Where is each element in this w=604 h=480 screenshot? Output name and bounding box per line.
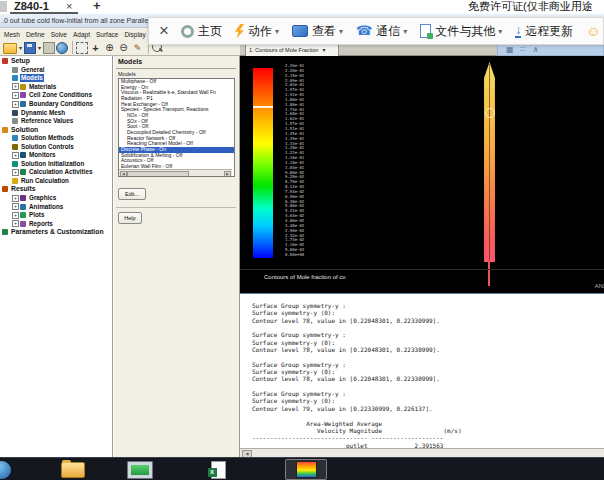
tree-item-label: Reports [28, 220, 54, 228]
tab-dropdown-icon[interactable]: ▾ [322, 46, 325, 53]
tree-item-label: Run Calculation [20, 177, 70, 185]
tree-expand-icon[interactable] [12, 152, 19, 159]
tree-item-icon [12, 118, 18, 124]
console-output: Surface Group symmetry-y : Surface symme… [240, 294, 604, 448]
fit-view-icon[interactable] [76, 42, 88, 54]
top-tab-bar: Z840-1 × + 免费许可证(仅非商业用途 [0, 0, 604, 14]
tree-item-dynamic-mesh[interactable]: Dynamic Mesh [0, 108, 112, 117]
tree-expand-icon[interactable] [12, 212, 19, 219]
tree-item-label: Monitors [28, 151, 57, 159]
taskbar-remote-viewer-button[interactable] [116, 459, 164, 480]
tree-expand-icon[interactable] [12, 92, 19, 99]
tree-item-reference-values[interactable]: Reference Values [0, 117, 112, 126]
remote-toolbar-home[interactable]: 主页 [181, 23, 222, 40]
menu-surface[interactable]: Surface [96, 31, 118, 38]
separator-icon [72, 41, 73, 54]
remote-toolbar-label: 主页 [198, 23, 222, 40]
tree-item-monitors[interactable]: Monitors [0, 151, 112, 160]
tree-item-plots[interactable]: Plots [0, 211, 112, 220]
session-icon[interactable] [43, 42, 55, 54]
chevron-up-icon[interactable]: ∧ [533, 45, 539, 55]
console-hscrollbar[interactable]: ◀ [240, 448, 604, 457]
colorbar [253, 68, 273, 258]
tree-item-results[interactable]: Results [0, 185, 112, 194]
menu-mesh[interactable]: Mesh [4, 31, 20, 38]
tree-item-run-calculation[interactable]: Run Calculation [0, 177, 112, 186]
tree-item-solution[interactable]: Solution [0, 125, 112, 134]
menu-define[interactable]: Define [26, 31, 45, 38]
caret-icon[interactable] [37, 41, 42, 54]
globe-icon[interactable] [56, 42, 68, 54]
tree-item-solution-initialization[interactable]: Solution Initialization [0, 160, 112, 169]
tree-item-models[interactable]: Models [0, 74, 112, 83]
models-listbox[interactable]: Multiphase - OffEnergy - OnViscous - Rea… [118, 78, 235, 177]
menu-display[interactable]: Display [124, 31, 145, 38]
lightning-icon [235, 24, 244, 38]
tree-item-icon [12, 67, 18, 73]
scroll-thumb[interactable] [127, 171, 189, 177]
tree-expand-icon[interactable] [12, 220, 19, 227]
contour-plot-body [479, 62, 500, 262]
tree-item-label: Calculation Activities [28, 168, 93, 176]
tree-item-graphics[interactable]: Graphics [0, 194, 112, 203]
remote-close-icon[interactable]: × [159, 18, 169, 44]
remote-toolbar-communication[interactable]: ☎通信▾ [356, 23, 407, 40]
tree-item-icon [20, 212, 26, 218]
scroll-left-arrow-icon[interactable]: ◀ [242, 450, 252, 457]
tree-item-icon [20, 221, 26, 227]
tree-expand-icon[interactable] [12, 83, 19, 90]
tree-item-icon [2, 58, 8, 64]
graphics-canvas[interactable]: 2.26e-012.20e-012.15e-012.09e-012.03e-01… [240, 56, 604, 293]
new-tab-button[interactable]: + [93, 0, 101, 13]
tree-item-general[interactable]: General [0, 66, 112, 75]
colorbar-highlight-line [253, 106, 273, 108]
caret-icon[interactable] [18, 41, 23, 54]
tree-expand-icon[interactable] [12, 203, 19, 210]
taskbar-fluent-button[interactable] [285, 459, 327, 480]
remote-toolbar-files-and-others[interactable]: 文件与其他▾ [420, 23, 502, 40]
tree-expand-icon[interactable] [12, 101, 19, 108]
zoom-out-icon[interactable] [117, 41, 130, 54]
expand-icon[interactable]: ∷ [521, 45, 526, 55]
taskbar-explorer-button[interactable] [50, 459, 96, 480]
tree-item-setup[interactable]: Setup [0, 57, 112, 66]
tree-item-icon [12, 135, 18, 141]
scroll-right-arrow-icon[interactable]: ▶ [224, 171, 231, 177]
listbox-hscrollbar[interactable]: ◀▶ [119, 169, 232, 176]
tree-item-cell-zone-conditions[interactable]: Cell Zone Conditions [0, 91, 112, 100]
save-icon[interactable] [24, 42, 36, 54]
taskbar-start-orb-button[interactable] [0, 459, 14, 480]
scroll-left-arrow-icon[interactable]: ◀ [120, 171, 127, 177]
remote-toolbar-view[interactable]: 查看▾ [292, 23, 343, 40]
tree-expand-icon[interactable] [12, 195, 19, 202]
probe-icon[interactable] [131, 41, 144, 54]
tree-item-label: Boundary Conditions [28, 100, 94, 108]
remote-toolbar-smiley[interactable]: ☺ [586, 23, 600, 39]
chevron-down-icon: ▾ [275, 27, 279, 36]
tree-item-boundary-conditions[interactable]: Boundary Conditions [0, 100, 112, 109]
grid-icon[interactable]: ▦ [506, 45, 514, 55]
remote-toolbar-actions[interactable]: 动作▾ [235, 23, 279, 40]
tree-item-label: Materials [28, 83, 57, 91]
remote-toolbar-remote-update[interactable]: ↓远程更新 [515, 23, 573, 40]
zoom-in-icon[interactable] [103, 41, 116, 54]
open-folder-icon[interactable] [3, 43, 17, 54]
menu-solve[interactable]: Solve [51, 31, 67, 38]
tree-item-solution-methods[interactable]: Solution Methods [0, 134, 112, 143]
tree-item-calculation-activities[interactable]: Calculation Activities [0, 168, 112, 177]
tree-item-materials[interactable]: Materials [0, 83, 112, 92]
pan-icon[interactable] [89, 41, 102, 54]
tree-item-icon [20, 195, 26, 201]
tree-item-solution-controls[interactable]: Solution Controls [0, 142, 112, 151]
tree-item-animations[interactable]: Animations [0, 202, 112, 211]
edit-button[interactable]: Edit... [118, 188, 146, 200]
toolbar-collapse-strip[interactable]: ▦∷∧ [497, 44, 604, 56]
tree-expand-icon[interactable] [12, 169, 19, 176]
tree-item-reports[interactable]: Reports [0, 219, 112, 228]
probe-circle [485, 108, 495, 118]
tree-item-parameters-customization[interactable]: Parameters & Customization [0, 228, 112, 237]
taskbar-excel-button[interactable]: X [198, 459, 238, 480]
help-button[interactable]: Help [118, 212, 142, 224]
menu-adapt[interactable]: Adapt [73, 31, 90, 38]
chevron-down-icon: ▾ [339, 27, 343, 36]
